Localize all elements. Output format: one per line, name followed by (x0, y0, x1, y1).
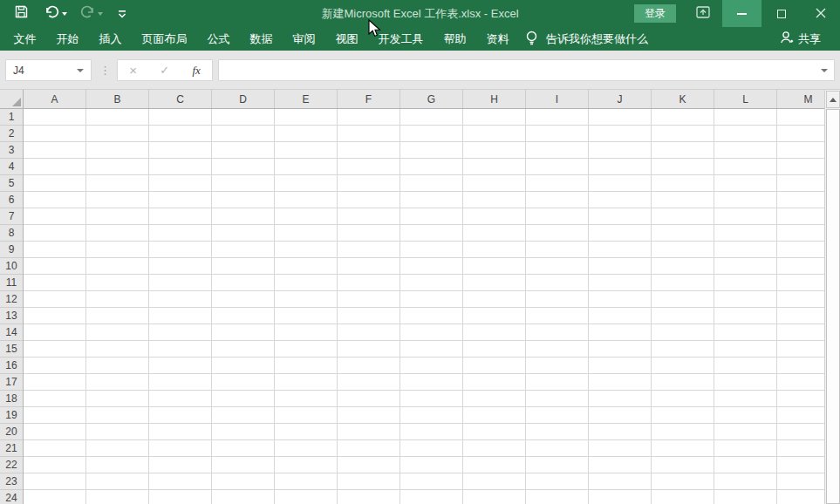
column-header-A[interactable]: A (24, 90, 86, 109)
expand-formula-bar-caret[interactable] (821, 69, 828, 72)
row-header-12[interactable]: 12 (0, 291, 23, 308)
select-all-triangle-icon (12, 98, 21, 106)
row-header-19[interactable]: 19 (0, 407, 23, 424)
ribbon-display-options-icon (696, 6, 710, 22)
sign-in-button[interactable]: 登录 (634, 4, 676, 23)
column-header-G[interactable]: G (400, 90, 463, 109)
enter-icon[interactable]: ✓ (160, 64, 169, 77)
column-header-B[interactable]: B (86, 90, 149, 109)
tab-help[interactable]: 帮助 (434, 27, 476, 51)
tab-file[interactable]: 文件 (3, 27, 46, 51)
formula-buttons: × ✓ fx (117, 59, 213, 81)
column-headers: ABCDEFGHIJKLM (24, 90, 824, 109)
ribbon-tabs: 文件开始插入页面布局公式数据审阅视图开发工具帮助资料 (0, 27, 519, 51)
close-button[interactable] (801, 0, 840, 27)
vertical-scrollbar-thumb[interactable] (826, 109, 840, 504)
formula-input[interactable] (218, 59, 835, 81)
person-add-icon (780, 31, 798, 47)
undo-icon (44, 5, 59, 22)
customize-quick-access-button[interactable] (114, 3, 130, 24)
row-header-11[interactable]: 11 (0, 275, 23, 291)
redo-button (77, 3, 106, 24)
tab-developer[interactable]: 开发工具 (368, 27, 434, 51)
tab-formulas[interactable]: 公式 (197, 27, 240, 51)
row-header-8[interactable]: 8 (0, 225, 23, 242)
row-headers: 123456789101112131415161718192021222324 (0, 109, 24, 504)
row-header-15[interactable]: 15 (0, 341, 23, 358)
row-header-17[interactable]: 17 (0, 374, 23, 391)
tab-view[interactable]: 视图 (325, 27, 368, 51)
titlebar: 新建Microsoft Excel 工作表.xlsx - Excel 登录 (0, 0, 840, 27)
share-label: 共享 (798, 31, 821, 47)
column-header-E[interactable]: E (275, 90, 338, 109)
row-header-10[interactable]: 10 (0, 258, 23, 275)
tab-review[interactable]: 审阅 (283, 27, 325, 51)
tab-ziliao[interactable]: 资料 (476, 27, 519, 51)
row-header-23[interactable]: 23 (0, 473, 23, 490)
lightbulb-icon (525, 31, 546, 48)
row-header-9[interactable]: 9 (0, 242, 23, 258)
undo-button[interactable] (41, 3, 71, 24)
column-header-M[interactable]: M (777, 90, 824, 109)
row-header-24[interactable]: 24 (0, 490, 23, 504)
row-header-4[interactable]: 4 (0, 159, 23, 175)
redo-icon (80, 5, 95, 22)
ribbon-display-options-button[interactable] (696, 6, 710, 22)
undo-dropdown-caret[interactable] (62, 12, 67, 16)
row-header-22[interactable]: 22 (0, 457, 23, 473)
row-header-7[interactable]: 7 (0, 208, 23, 225)
redo-dropdown-caret (98, 12, 103, 16)
row-header-5[interactable]: 5 (0, 175, 23, 192)
menubar: 文件开始插入页面布局公式数据审阅视图开发工具帮助资料 告诉我你想要做什么 共享 (0, 27, 840, 51)
tab-page-layout[interactable]: 页面布局 (132, 27, 197, 51)
maximize-button[interactable] (761, 0, 801, 27)
customize-quick-access-icon (118, 6, 126, 22)
quick-access-toolbar (0, 0, 130, 27)
row-header-21[interactable]: 21 (0, 440, 23, 457)
close-icon (816, 6, 826, 22)
minimize-button[interactable] (722, 0, 761, 27)
column-header-C[interactable]: C (149, 90, 212, 109)
row-header-6[interactable]: 6 (0, 192, 23, 208)
minimize-icon (737, 13, 747, 15)
column-header-F[interactable]: F (338, 90, 400, 109)
insert-function-icon[interactable]: fx (192, 64, 200, 78)
maximize-icon (777, 10, 786, 18)
window-title: 新建Microsoft Excel 工作表.xlsx - Excel (321, 0, 518, 27)
row-header-14[interactable]: 14 (0, 324, 23, 341)
worksheet: ABCDEFGHIJKLM 12345678910111213141516171… (0, 90, 840, 504)
share-button[interactable]: 共享 (780, 27, 821, 51)
scroll-up-icon (830, 98, 837, 102)
save-icon (15, 5, 28, 22)
column-header-J[interactable]: J (589, 90, 652, 109)
tell-me-label: 告诉我你想要做什么 (546, 31, 648, 47)
column-header-I[interactable]: I (526, 90, 589, 109)
tab-data[interactable]: 数据 (240, 27, 283, 51)
column-header-L[interactable]: L (714, 90, 777, 109)
save-button[interactable] (11, 3, 31, 24)
name-box[interactable]: J4 (5, 59, 92, 81)
cancel-icon[interactable]: × (129, 63, 137, 78)
name-box-dropdown-caret[interactable] (77, 69, 84, 72)
column-header-D[interactable]: D (212, 90, 275, 109)
tell-me-box[interactable]: 告诉我你想要做什么 (525, 31, 648, 48)
name-box-value: J4 (6, 65, 77, 77)
tab-home[interactable]: 开始 (46, 27, 89, 51)
row-header-20[interactable]: 20 (0, 424, 23, 440)
row-header-1[interactable]: 1 (0, 109, 23, 126)
row-header-3[interactable]: 3 (0, 142, 23, 159)
formula-bar: J4 ⋮ × ✓ fx (0, 51, 840, 90)
row-header-16[interactable]: 16 (0, 358, 23, 374)
column-header-H[interactable]: H (463, 90, 526, 109)
select-all-button[interactable] (0, 90, 24, 109)
column-header-K[interactable]: K (652, 90, 714, 109)
formula-bar-separator: ⋮ (99, 60, 108, 81)
tab-insert[interactable]: 插入 (89, 27, 132, 51)
grid-cells[interactable] (24, 109, 824, 504)
vertical-scrollbar[interactable] (824, 90, 840, 504)
row-header-2[interactable]: 2 (0, 126, 23, 142)
app-header: 新建Microsoft Excel 工作表.xlsx - Excel 登录 文件… (0, 0, 840, 51)
row-header-13[interactable]: 13 (0, 308, 23, 324)
scroll-up-button[interactable] (826, 91, 840, 108)
row-header-18[interactable]: 18 (0, 391, 23, 407)
